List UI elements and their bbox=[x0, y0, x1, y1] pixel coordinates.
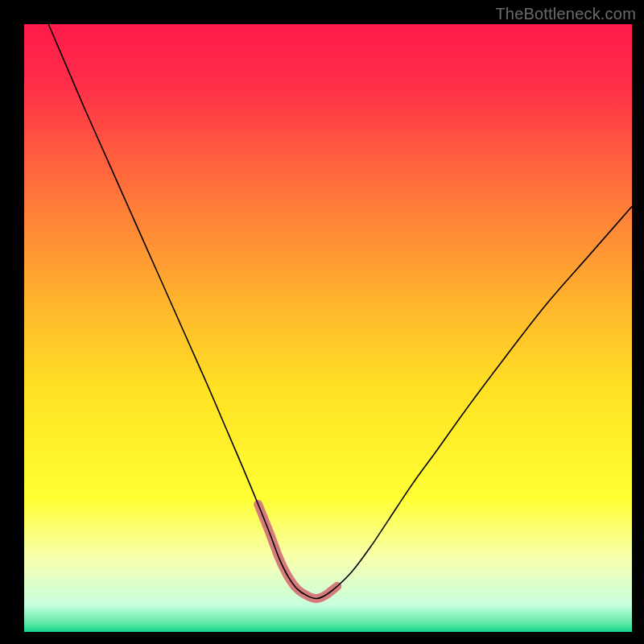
chart-stage: TheBottleneck.com bbox=[0, 0, 644, 644]
plot-background bbox=[24, 24, 632, 632]
watermark-text: TheBottleneck.com bbox=[495, 5, 636, 23]
bottleneck-chart bbox=[0, 0, 644, 644]
